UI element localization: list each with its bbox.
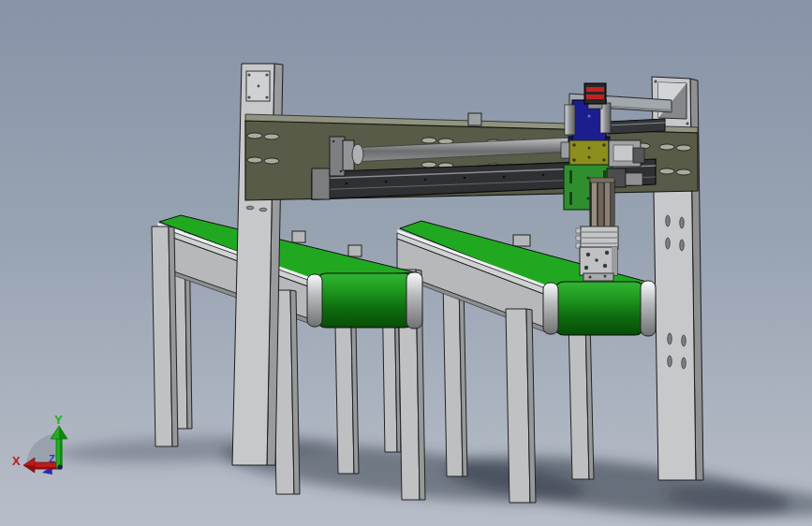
shaft-hub — [352, 144, 363, 165]
foot-hole — [589, 276, 592, 279]
gripper-foot[interactable] — [583, 273, 613, 281]
clamp-block[interactable] — [626, 173, 642, 185]
slide-rod — [598, 182, 603, 230]
slide-rod — [605, 182, 610, 230]
sensor-bracket[interactable] — [348, 245, 362, 256]
roller-cap[interactable] — [406, 272, 422, 329]
z-slide-rods[interactable] — [590, 178, 614, 230]
roller-cap[interactable] — [307, 274, 322, 327]
sensor-stripe — [586, 87, 604, 92]
conveyor-leg[interactable] — [506, 309, 536, 503]
roller-cap[interactable] — [641, 281, 656, 336]
screw — [332, 140, 335, 143]
sensor-bracket[interactable] — [292, 231, 305, 242]
upper-guide-rail[interactable] — [608, 119, 665, 134]
actuator-dot — [587, 114, 590, 117]
screw — [340, 170, 343, 173]
y-shaft-shade — [60, 436, 63, 468]
upper-rail-body[interactable] — [608, 119, 665, 134]
sensor-bracket[interactable] — [513, 235, 530, 246]
roller-belt-wrap[interactable] — [317, 273, 414, 328]
roller-cap[interactable] — [543, 283, 558, 334]
bellows-coupling[interactable] — [576, 226, 618, 249]
drive-roller[interactable] — [307, 272, 422, 329]
roller-belt-wrap[interactable] — [554, 282, 644, 335]
gripper-head[interactable] — [580, 247, 617, 281]
conveyor-leg[interactable] — [443, 281, 467, 476]
motor-face — [613, 145, 633, 161]
conveyor-leg[interactable] — [152, 226, 178, 446]
cad-window: Z X Y — [0, 0, 812, 526]
beam-sensor[interactable] — [468, 113, 481, 125]
foot-hole — [604, 275, 607, 278]
gripper-side-shade — [612, 247, 617, 275]
axis-x-label: X — [12, 454, 21, 468]
axis-y-label: Y — [54, 413, 63, 427]
screw — [686, 122, 688, 124]
motor-cap — [633, 148, 644, 163]
slide-cap — [590, 178, 614, 183]
screw — [654, 80, 657, 82]
sensor-housing[interactable] — [584, 83, 606, 104]
conveyor-leg[interactable] — [568, 318, 594, 479]
triad-origin — [58, 465, 63, 470]
sensor-stripe — [586, 95, 604, 99]
slide-rod — [592, 182, 597, 230]
drive-roller[interactable] — [543, 281, 656, 336]
limit-sensor[interactable] — [584, 83, 606, 104]
viewport-3d[interactable]: Z X Y — [0, 0, 812, 526]
y-axis-motor[interactable] — [609, 140, 644, 167]
guide-shaft[interactable] — [565, 105, 575, 135]
slide-rod — [611, 182, 614, 230]
rail-end-block[interactable] — [312, 168, 330, 199]
